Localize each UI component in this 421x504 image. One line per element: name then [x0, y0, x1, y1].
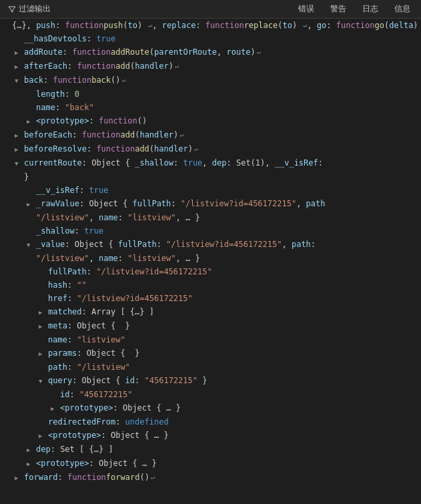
toggle[interactable]	[15, 46, 24, 59]
list-item: name: "back"	[0, 101, 421, 114]
toggle[interactable]	[15, 129, 24, 142]
list-item: path: "/listview"	[0, 360, 421, 374]
list-item: meta: Object { }	[0, 319, 421, 333]
toggle[interactable]	[15, 60, 24, 73]
toggle[interactable]	[15, 143, 24, 156]
list-item: href: "/listview?id=456172215"	[0, 292, 421, 305]
list-item: addRoute: function addRoute(parentOrRout…	[0, 45, 421, 59]
list-item: back: function back() ↵	[0, 73, 421, 87]
list-item: _shallow: true	[0, 224, 421, 238]
list-item: <prototype>: Object { … }	[0, 457, 421, 471]
toggle[interactable]	[27, 443, 36, 456]
list-item: <prototype>: Object { … }	[0, 429, 421, 443]
filter-label: 过滤输出	[19, 3, 51, 15]
list-item: fullPath: "/listview?id=456172215"	[0, 265, 421, 278]
toggle[interactable]	[27, 457, 36, 470]
list-item: redirectedFrom: undefined	[0, 415, 421, 429]
toggle[interactable]	[15, 74, 24, 87]
list-item: {…}, push: function push(to) ↵, replace:…	[0, 19, 421, 32]
console-toolbar: 过滤输出 错误 警告 日志 信息	[0, 0, 421, 19]
list-item: length: 0	[0, 87, 421, 101]
filter-icon	[8, 5, 16, 13]
list-item: "/listview", name: "listview", … }	[0, 252, 421, 265]
toggle[interactable]	[39, 374, 48, 387]
list-item: params: Object { }	[0, 346, 421, 360]
toggle[interactable]	[39, 347, 48, 360]
toggle[interactable]	[27, 238, 36, 251]
list-item: hash: ""	[0, 278, 421, 292]
list-item: afterEach: function add(handler) ↵	[0, 59, 421, 73]
warn-btn[interactable]: 警告	[324, 2, 353, 16]
list-item: forward: function forward() ↵	[0, 471, 421, 485]
list-item: "/listview", name: "listview", … }	[0, 211, 421, 224]
list-item: __hasDevtools: true	[0, 32, 421, 45]
list-item: name: "listview"	[0, 333, 421, 346]
list-item: beforeEach: function add(handler) ↵	[0, 128, 421, 142]
toggle[interactable]	[15, 157, 24, 170]
list-item: id: "456172215"	[0, 388, 421, 401]
toggle[interactable]	[39, 320, 48, 332]
list-item: __v_isRef: true	[0, 184, 421, 197]
list-item: dep: Set [ {…} ]	[0, 443, 421, 457]
toggle[interactable]	[39, 306, 48, 318]
toggle[interactable]	[51, 402, 60, 415]
list-item: }	[0, 170, 421, 184]
list-item: _rawValue: Object { fullPath: "/listview…	[0, 197, 421, 211]
list-item: <prototype>: function ()	[0, 114, 421, 128]
toggle[interactable]	[27, 115, 36, 128]
list-item: _value: Object { fullPath: "/listview?id…	[0, 238, 421, 252]
log-btn[interactable]: 日志	[356, 2, 385, 16]
list-item: currentRoute: Object { _shallow: true, d…	[0, 156, 421, 170]
toggle[interactable]	[15, 471, 24, 484]
list-item: matched: Array [ {…} ]	[0, 305, 421, 319]
list-item: beforeResolve: function add(handler) ↵	[0, 142, 421, 156]
toggle[interactable]	[27, 198, 36, 210]
list-item: <prototype>: Object { … }	[0, 401, 421, 415]
error-btn[interactable]: 错误	[292, 2, 321, 16]
list-item: query: Object { id: "456172215" }	[0, 374, 421, 388]
console-output: {…}, push: function push(to) ↵, replace:…	[0, 19, 421, 503]
toggle[interactable]	[39, 429, 48, 442]
info-btn[interactable]: 信息	[388, 2, 417, 16]
filter-output-btn[interactable]: 过滤输出	[4, 2, 55, 16]
